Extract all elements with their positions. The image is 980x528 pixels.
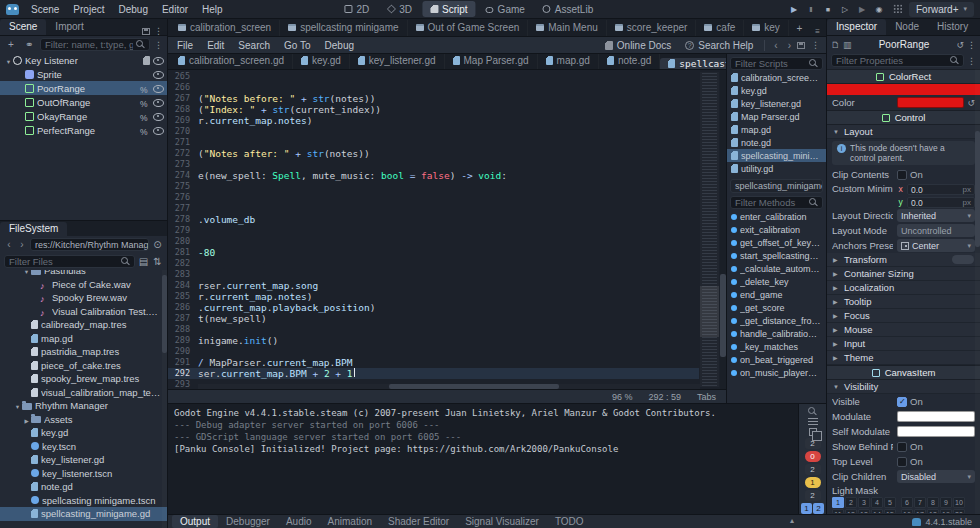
method-list-item[interactable]: _key_matches <box>727 340 826 353</box>
x-value-field[interactable]: 0.0px <box>907 184 975 195</box>
movie-icon[interactable] <box>871 2 887 17</box>
script-menu-item[interactable]: Debug <box>318 40 361 51</box>
light-mask-cell[interactable]: 11 <box>832 509 844 513</box>
scene-tree-row[interactable]: OkayRange <box>0 109 167 123</box>
method-list-item[interactable]: get_offset_of_key_from_... <box>727 236 826 249</box>
code-line[interactable]: 280 <box>168 236 699 247</box>
code-line[interactable]: 291 / MapParser.current_map.BPM <box>168 357 699 368</box>
inspector-section[interactable]: ▶Localization <box>827 281 980 295</box>
menu-item[interactable]: Editor <box>155 0 195 19</box>
script-list-item[interactable]: Map Parser.gd <box>727 110 826 123</box>
bottom-panel-tab[interactable]: TODO <box>547 515 592 528</box>
light-mask-cell[interactable]: 9 <box>940 497 952 508</box>
line-number[interactable]: 267 <box>168 93 198 104</box>
bottom-panel-tab[interactable]: Output <box>172 515 218 528</box>
eye-icon[interactable] <box>153 98 164 107</box>
line-number[interactable]: 276 <box>168 192 198 203</box>
dock-tab[interactable]: Scene <box>0 19 46 35</box>
output-filter-badge[interactable]: 0 <box>805 451 821 462</box>
code-vertical-scrollbar[interactable] <box>720 70 726 389</box>
toggle-split-icon[interactable]: ▤ <box>138 255 149 268</box>
inspector-section[interactable]: ▶Mouse <box>827 323 980 337</box>
nav-back-icon[interactable]: ‹ <box>4 239 14 250</box>
script-tab[interactable]: calibration_screen.gd <box>170 54 293 69</box>
line-number[interactable]: 284 <box>168 280 198 291</box>
copy-icon[interactable] <box>806 428 820 436</box>
section-layout[interactable]: ▼Layout <box>827 125 980 139</box>
scene-tree-row[interactable]: PoorRange <box>0 81 167 95</box>
line-number[interactable]: 265 <box>168 71 198 82</box>
filter-scripts-input[interactable] <box>735 58 806 69</box>
line-number[interactable]: 285 <box>168 291 198 302</box>
code-line[interactable]: 287 t(new_spell) <box>168 313 699 324</box>
line-number[interactable]: 266 <box>168 82 198 93</box>
menu-item[interactable]: Project <box>66 0 111 19</box>
play-custom-icon[interactable] <box>854 2 870 17</box>
file-tree-row[interactable]: Spooky Brew.wav <box>0 291 167 305</box>
menu-item[interactable]: Debug <box>111 0 154 19</box>
mode-button[interactable]: 2D <box>336 1 377 17</box>
code-line[interactable]: 267 ("Notes before: " + str(notes)) <box>168 93 699 104</box>
method-list-item[interactable]: exit_calibration <box>727 223 826 236</box>
scene-filter-input[interactable] <box>45 39 133 50</box>
code-line[interactable]: 286 .current_map.playback_position) <box>168 302 699 313</box>
light-mask-cell[interactable]: 4 <box>871 497 883 508</box>
pager-cell[interactable]: 2 <box>813 503 824 514</box>
history-icon[interactable]: ↺ <box>956 40 964 50</box>
layout-direction-dropdown[interactable]: Inherited▾ <box>897 209 975 222</box>
scene-tab[interactable]: cafe <box>696 20 744 36</box>
light-mask-cell[interactable]: 5 <box>884 497 896 508</box>
filesystem-scrollbar[interactable] <box>162 270 167 528</box>
line-number[interactable]: 290 <box>168 346 198 357</box>
line-number[interactable]: 278 <box>168 214 198 225</box>
dock-menu-icon[interactable]: ⋮ <box>154 27 163 35</box>
float-dock-icon[interactable] <box>142 28 150 35</box>
tab-list-icon[interactable]: ≡ <box>809 27 826 36</box>
clear-output-icon[interactable] <box>806 418 820 426</box>
clip-children-dropdown[interactable]: Disabled▾ <box>897 470 975 483</box>
script-list-item[interactable]: map.gd <box>727 123 826 136</box>
nav-forward-icon[interactable]: › <box>17 239 27 250</box>
self-modulate-color-button[interactable] <box>897 426 975 437</box>
code-line[interactable]: 275 <box>168 181 699 192</box>
line-number[interactable]: 269 <box>168 115 198 126</box>
script-tab[interactable]: spellcasting_minigame.gd <box>660 58 726 69</box>
file-tree-row[interactable]: pastridia_map.tres <box>0 345 167 359</box>
mode-button[interactable]: Game <box>478 1 533 17</box>
revert-icon[interactable]: ↺ <box>967 98 975 108</box>
dock-tab[interactable]: Node <box>886 19 928 35</box>
bottom-panel-tab[interactable]: Signal Visualizer <box>457 515 547 528</box>
code-line[interactable]: 276 <box>168 192 699 203</box>
scene-tab[interactable]: spellcasting minigame <box>280 20 407 36</box>
line-number[interactable]: 268 <box>168 104 198 115</box>
scene-tab[interactable]: calibration_screen <box>170 20 280 36</box>
method-list-item[interactable]: on_beat_triggered <box>727 353 826 366</box>
file-tree-row[interactable]: spellcasting minigame.tscn <box>0 494 167 508</box>
visible-checkbox[interactable] <box>897 397 907 407</box>
expand-panel-icon[interactable]: ▴ <box>790 516 794 525</box>
scene-tree-row[interactable]: Key Listener <box>0 53 167 67</box>
line-number[interactable]: 271 <box>168 137 198 148</box>
line-number[interactable]: 275 <box>168 181 198 192</box>
float-panel-icon[interactable] <box>797 42 805 49</box>
inspector-section[interactable]: ▶Tooltip <box>827 295 980 309</box>
file-tree-row[interactable]: Visual Calibration Test.wav <box>0 305 167 319</box>
cursor-position[interactable]: 292 : 59 <box>648 392 681 402</box>
code-line[interactable]: 268 ("Index: " + str(current_index)) <box>168 104 699 115</box>
script-list-item[interactable]: key_listener.gd <box>727 97 826 110</box>
method-list-item[interactable]: on_music_player_finis... <box>727 366 826 379</box>
inspector-section[interactable]: ▶Transform <box>827 253 980 267</box>
light-mask-cell[interactable]: 20 <box>953 509 965 513</box>
script-tab[interactable]: Map Parser.gd <box>445 54 538 69</box>
code-line[interactable]: 283 <box>168 269 699 280</box>
percent-icon[interactable] <box>140 84 150 93</box>
bottom-panel-tab[interactable]: Audio <box>278 515 320 528</box>
code-horizontal-scrollbar[interactable] <box>198 384 700 389</box>
script-list-item[interactable]: spellcasting_minigame.gd <box>727 149 826 162</box>
y-value-field[interactable]: 0.0px <box>907 197 975 208</box>
light-mask-cell[interactable]: 2 <box>845 497 857 508</box>
dock-tab[interactable]: Import <box>46 19 92 35</box>
code-line[interactable]: 282 <box>168 258 699 269</box>
percent-icon[interactable] <box>140 126 150 135</box>
color-picker-button[interactable] <box>897 97 964 108</box>
